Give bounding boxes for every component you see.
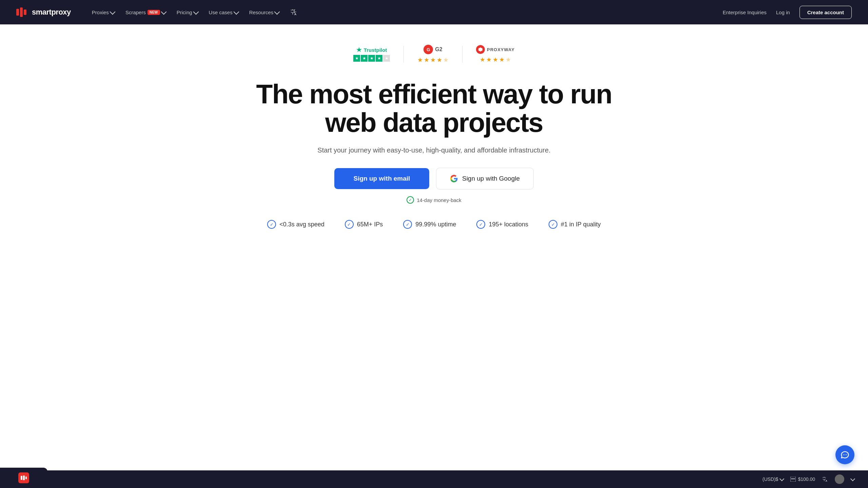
stat-ips: ✓ 65M+ IPs <box>345 220 383 229</box>
balance-display: $100.00 <box>790 476 815 482</box>
logo[interactable]: smartproxy <box>16 7 71 17</box>
nav-links: Proxies Scrapers NEW Pricing Use cases R… <box>87 6 723 19</box>
widget-thumb[interactable] <box>0 468 47 488</box>
google-icon <box>450 175 458 183</box>
chevron-down-icon <box>110 9 115 15</box>
signup-google-button[interactable]: Sign up with Google <box>436 168 534 189</box>
translate-icon[interactable] <box>285 6 302 19</box>
svg-rect-5 <box>791 479 795 479</box>
nav-right: Enterprise Inquiries Log in Create accou… <box>723 6 852 19</box>
currency-selector[interactable]: (USD)$ <box>763 476 784 482</box>
svg-rect-7 <box>23 475 25 480</box>
nav-resources[interactable]: Resources <box>244 7 284 18</box>
svg-rect-2 <box>24 9 26 15</box>
proxyway-stars: ★ ★ ★ ★ ★ <box>480 56 511 63</box>
chevron-down-icon <box>193 9 199 15</box>
check-circle-icon: ✓ <box>549 220 557 229</box>
user-avatar[interactable] <box>835 474 844 484</box>
chevron-down-icon <box>850 476 855 481</box>
translate-bottom-icon[interactable] <box>822 476 828 482</box>
svg-rect-8 <box>25 476 27 479</box>
stat-ip-quality: ✓ #1 in IP quality <box>549 220 601 229</box>
svg-rect-1 <box>20 7 23 17</box>
chat-button[interactable] <box>835 445 854 464</box>
create-account-button[interactable]: Create account <box>800 6 852 19</box>
trustpilot-stars: ★ ★ ★ ★ ★ <box>353 55 390 62</box>
nav-login[interactable]: Log in <box>772 7 794 18</box>
hero-section: Trustpilot ★ ★ ★ ★ ★ G G2 ★ ★ ★ ★ ★ <box>0 24 868 263</box>
trustpilot-badge: Trustpilot ★ ★ ★ ★ ★ <box>340 47 403 62</box>
logo-text: smartproxy <box>32 8 71 17</box>
nav-pricing[interactable]: Pricing <box>172 7 203 18</box>
chevron-down-icon <box>780 476 784 481</box>
stats-row: ✓ <0.3s avg speed ✓ 65M+ IPs ✓ 99.99% up… <box>267 220 601 229</box>
trust-row: Trustpilot ★ ★ ★ ★ ★ G G2 ★ ★ ★ ★ ★ <box>340 45 528 64</box>
widget-icon <box>18 472 29 483</box>
money-back-badge: ✓ 14-day money-back <box>407 196 461 204</box>
g2-badge: G G2 ★ ★ ★ ★ ★ <box>404 45 462 64</box>
nav-proxies[interactable]: Proxies <box>87 7 119 18</box>
check-circle-icon: ✓ <box>267 220 276 229</box>
check-circle-icon: ✓ <box>345 220 354 229</box>
navbar: smartproxy Proxies Scrapers NEW Pricing … <box>0 0 868 24</box>
bottom-bar: (USD)$ $100.00 <box>0 470 868 488</box>
chevron-down-icon <box>233 9 239 15</box>
signup-email-button[interactable]: Sign up with email <box>334 168 429 189</box>
stat-locations: ✓ 195+ locations <box>476 220 528 229</box>
shield-check-icon: ✓ <box>407 196 414 204</box>
hero-subtitle: Start your journey with easy-to-use, hig… <box>317 146 550 154</box>
stat-speed: ✓ <0.3s avg speed <box>267 220 324 229</box>
check-circle-icon: ✓ <box>403 220 412 229</box>
check-circle-icon: ✓ <box>476 220 485 229</box>
svg-rect-0 <box>16 9 19 16</box>
chevron-down-icon <box>161 9 166 15</box>
svg-rect-6 <box>21 476 22 480</box>
chevron-down-icon <box>274 9 280 15</box>
nav-use-cases[interactable]: Use cases <box>204 7 243 18</box>
stat-uptime: ✓ 99.99% uptime <box>403 220 456 229</box>
svg-marker-3 <box>478 47 482 52</box>
g2-stars: ★ ★ ★ ★ ★ <box>417 56 449 64</box>
cta-row: Sign up with email Sign up with Google <box>334 168 534 189</box>
nav-scrapers[interactable]: Scrapers NEW <box>121 7 171 18</box>
nav-enterprise[interactable]: Enterprise Inquiries <box>723 9 767 15</box>
logo-icon <box>16 7 28 17</box>
hero-title: The most efficient way to run web data p… <box>256 80 612 137</box>
proxyway-badge: PROXYWAY ★ ★ ★ ★ ★ <box>462 45 528 63</box>
